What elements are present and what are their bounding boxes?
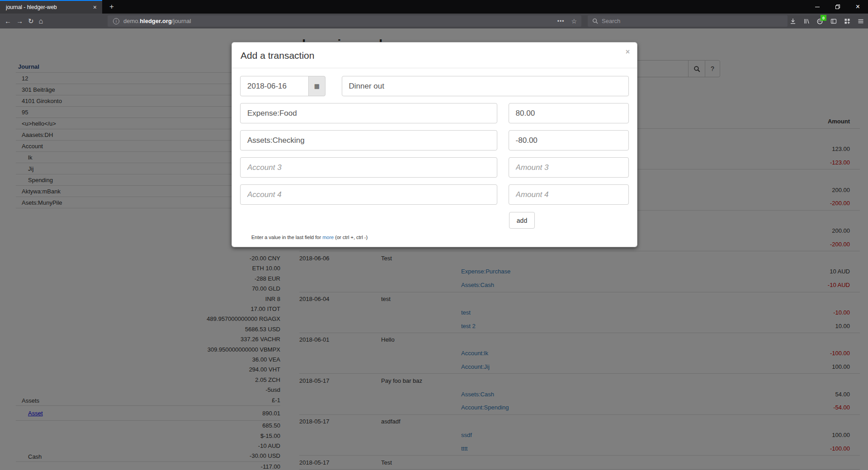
- close-window-button[interactable]: ×: [848, 0, 868, 14]
- posting-input-row: [240, 157, 629, 178]
- browser-search-placeholder: Search: [602, 18, 620, 24]
- navigation-toolbar: ← → ↻ ⌂ i demo.hledger.org/journal ••• ☆…: [0, 14, 868, 28]
- minimize-button[interactable]: [807, 0, 827, 14]
- library-button[interactable]: [802, 17, 810, 25]
- restore-button[interactable]: [827, 0, 848, 14]
- amount-4-input[interactable]: [509, 184, 629, 205]
- forward-button[interactable]: →: [16, 18, 23, 24]
- window-controls: ×: [807, 0, 868, 14]
- posting-input-row: [240, 103, 629, 123]
- amount-3-input[interactable]: [509, 157, 629, 178]
- browser-search-bar[interactable]: Search: [588, 15, 788, 27]
- downloads-button[interactable]: [789, 17, 797, 25]
- amount-2-input[interactable]: [509, 130, 629, 150]
- new-tab-button[interactable]: +: [109, 1, 114, 13]
- calendar-picker-button[interactable]: ▦: [308, 76, 326, 96]
- extensions-grid-button[interactable]: [843, 17, 851, 25]
- close-window-icon: ×: [856, 3, 860, 11]
- add-button[interactable]: add: [509, 212, 535, 229]
- sidebars-button[interactable]: [830, 17, 837, 25]
- tab-strip: journal - hledger-web × + ×: [0, 0, 868, 14]
- account-4-input[interactable]: [240, 184, 497, 205]
- modal-close-icon[interactable]: ×: [626, 48, 630, 56]
- modal-hint: Enter a value in the last field for more…: [251, 235, 629, 240]
- posting-input-row: [240, 130, 629, 150]
- description-input[interactable]: [342, 76, 629, 96]
- more-link[interactable]: more: [322, 235, 334, 240]
- page-viewport: demo.journal ? Journal12301 Beiträge4101…: [0, 28, 868, 470]
- home-button[interactable]: ⌂: [39, 18, 43, 24]
- browser-window: journal - hledger-web × + × ← → ↻ ⌂ i de…: [0, 0, 868, 470]
- add-transaction-modal: Add a transaction × ▦ add Enter a value …: [231, 42, 637, 247]
- back-button[interactable]: ←: [5, 18, 11, 24]
- date-input[interactable]: [240, 76, 309, 96]
- page-actions-icon[interactable]: •••: [557, 18, 565, 24]
- extension-bird-icon[interactable]: 0: [816, 17, 824, 25]
- restore-icon: [835, 4, 840, 9]
- amount-1-input[interactable]: [509, 103, 629, 123]
- modal-title: Add a transaction: [241, 50, 630, 61]
- account-3-input[interactable]: [240, 157, 497, 178]
- url-text: demo.hledger.org/journal: [123, 18, 191, 24]
- menu-hamburger-icon[interactable]: [857, 17, 864, 25]
- tab-close-icon[interactable]: ×: [92, 4, 98, 10]
- search-icon: [592, 18, 598, 24]
- account-1-input[interactable]: [240, 103, 497, 123]
- tab-title: journal - hledger-web: [6, 4, 92, 10]
- active-tab[interactable]: journal - hledger-web ×: [0, 0, 102, 14]
- posting-input-row: [240, 184, 629, 205]
- reload-button[interactable]: ↻: [28, 18, 34, 24]
- calendar-grid-icon: ▦: [314, 83, 320, 89]
- url-bar[interactable]: i demo.hledger.org/journal ••• ☆: [108, 15, 581, 27]
- extension-badge: 0: [821, 15, 826, 21]
- bookmark-star-icon[interactable]: ☆: [571, 18, 577, 25]
- minimize-icon: [815, 7, 820, 7]
- site-info-icon[interactable]: i: [113, 18, 119, 24]
- account-2-input[interactable]: [240, 130, 497, 150]
